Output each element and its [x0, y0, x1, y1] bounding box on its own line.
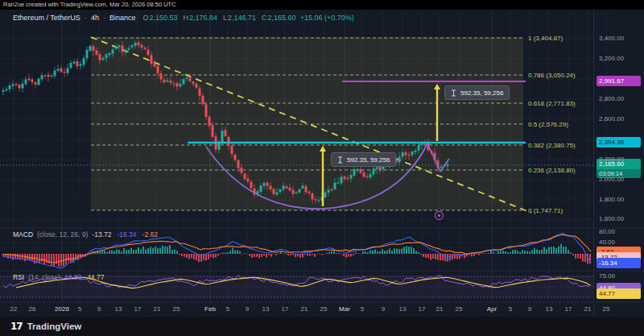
chart-canvas[interactable] [0, 0, 644, 336]
tradingview-logo-icon[interactable]: 17 [10, 321, 23, 332]
attribution-bar: Ran2oe created with TradingView.com, Mar… [0, 0, 644, 10]
footer-bar: 17 TradingView [0, 317, 644, 336]
tradingview-chart-window: Ran2oe created with TradingView.com, Mar… [0, 0, 644, 336]
footer-brand[interactable]: TradingView [27, 321, 82, 331]
attribution-text: Ran2oe created with TradingView.com, Mar… [3, 1, 176, 8]
